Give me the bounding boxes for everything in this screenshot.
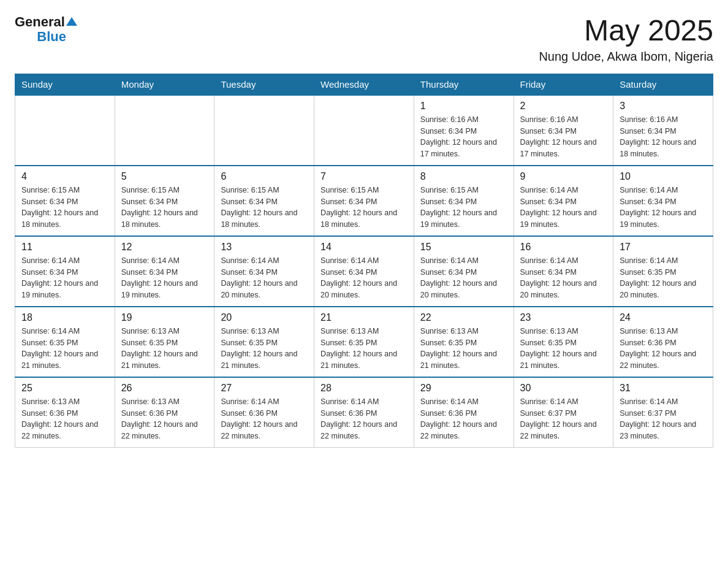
day-cell-10: 10Sunrise: 6:14 AMSunset: 6:34 PMDayligh… [613, 166, 713, 236]
day-number: 16 [520, 242, 607, 253]
svg-marker-0 [66, 17, 77, 26]
day-cell-22: 22Sunrise: 6:13 AMSunset: 6:35 PMDayligh… [414, 307, 514, 377]
day-info: Sunrise: 6:13 AMSunset: 6:36 PMDaylight:… [121, 396, 208, 442]
calendar-table: SundayMondayTuesdayWednesdayThursdayFrid… [15, 74, 713, 448]
day-info: Sunrise: 6:14 AMSunset: 6:37 PMDaylight:… [620, 396, 707, 442]
day-info: Sunrise: 6:16 AMSunset: 6:34 PMDaylight:… [620, 114, 707, 160]
day-info: Sunrise: 6:14 AMSunset: 6:34 PMDaylight:… [420, 255, 507, 301]
day-info: Sunrise: 6:13 AMSunset: 6:35 PMDaylight:… [320, 326, 408, 372]
week-row-4: 18Sunrise: 6:14 AMSunset: 6:35 PMDayligh… [15, 307, 713, 377]
day-number: 21 [320, 312, 408, 323]
day-info: Sunrise: 6:15 AMSunset: 6:34 PMDaylight:… [420, 185, 507, 231]
calendar-header-row: SundayMondayTuesdayWednesdayThursdayFrid… [15, 74, 713, 95]
day-info: Sunrise: 6:13 AMSunset: 6:36 PMDaylight:… [620, 326, 707, 372]
day-cell-8: 8Sunrise: 6:15 AMSunset: 6:34 PMDaylight… [414, 166, 514, 236]
day-cell-16: 16Sunrise: 6:14 AMSunset: 6:34 PMDayligh… [514, 236, 613, 307]
day-cell-28: 28Sunrise: 6:14 AMSunset: 6:36 PMDayligh… [314, 377, 414, 448]
day-number: 13 [221, 242, 308, 253]
day-cell-4: 4Sunrise: 6:15 AMSunset: 6:34 PMDaylight… [15, 166, 115, 236]
day-number: 19 [121, 312, 208, 323]
day-info: Sunrise: 6:14 AMSunset: 6:34 PMDaylight:… [21, 255, 108, 301]
logo-triangle-icon [66, 16, 77, 27]
day-info: Sunrise: 6:15 AMSunset: 6:34 PMDaylight:… [21, 185, 108, 231]
day-info: Sunrise: 6:14 AMSunset: 6:35 PMDaylight:… [620, 255, 707, 301]
col-header-wednesday: Wednesday [314, 74, 414, 95]
day-info: Sunrise: 6:13 AMSunset: 6:35 PMDaylight:… [121, 326, 208, 372]
day-info: Sunrise: 6:13 AMSunset: 6:35 PMDaylight:… [221, 326, 308, 372]
day-number: 27 [221, 383, 308, 394]
day-number: 7 [320, 171, 408, 182]
day-cell-5: 5Sunrise: 6:15 AMSunset: 6:34 PMDaylight… [115, 166, 214, 236]
col-header-friday: Friday [514, 74, 613, 95]
day-info: Sunrise: 6:14 AMSunset: 6:36 PMDaylight:… [221, 396, 308, 442]
day-cell-23: 23Sunrise: 6:13 AMSunset: 6:35 PMDayligh… [514, 307, 613, 377]
day-number: 1 [420, 101, 507, 112]
col-header-thursday: Thursday [414, 74, 514, 95]
col-header-saturday: Saturday [613, 74, 713, 95]
day-cell-17: 17Sunrise: 6:14 AMSunset: 6:35 PMDayligh… [613, 236, 713, 307]
day-number: 23 [520, 312, 607, 323]
day-number: 14 [320, 242, 408, 253]
day-number: 12 [121, 242, 208, 253]
day-info: Sunrise: 6:14 AMSunset: 6:34 PMDaylight:… [620, 185, 707, 231]
day-info: Sunrise: 6:14 AMSunset: 6:34 PMDaylight:… [121, 255, 208, 301]
day-cell-15: 15Sunrise: 6:14 AMSunset: 6:34 PMDayligh… [414, 236, 514, 307]
day-number: 5 [121, 171, 208, 182]
day-cell-21: 21Sunrise: 6:13 AMSunset: 6:35 PMDayligh… [314, 307, 414, 377]
day-cell-7: 7Sunrise: 6:15 AMSunset: 6:34 PMDaylight… [314, 166, 414, 236]
day-cell-18: 18Sunrise: 6:14 AMSunset: 6:35 PMDayligh… [15, 307, 115, 377]
day-number: 26 [121, 383, 208, 394]
day-info: Sunrise: 6:14 AMSunset: 6:34 PMDaylight:… [320, 255, 408, 301]
day-cell-1: 1Sunrise: 6:16 AMSunset: 6:34 PMDaylight… [414, 95, 514, 166]
day-number: 30 [520, 383, 607, 394]
day-number: 6 [221, 171, 308, 182]
day-cell-11: 11Sunrise: 6:14 AMSunset: 6:34 PMDayligh… [15, 236, 115, 307]
day-info: Sunrise: 6:14 AMSunset: 6:36 PMDaylight:… [320, 396, 408, 442]
day-cell-29: 29Sunrise: 6:14 AMSunset: 6:36 PMDayligh… [414, 377, 514, 448]
week-row-5: 25Sunrise: 6:13 AMSunset: 6:36 PMDayligh… [15, 377, 713, 448]
logo: General Blue [15, 15, 77, 44]
day-number: 28 [320, 383, 408, 394]
day-cell-24: 24Sunrise: 6:13 AMSunset: 6:36 PMDayligh… [613, 307, 713, 377]
day-cell-20: 20Sunrise: 6:13 AMSunset: 6:35 PMDayligh… [214, 307, 314, 377]
day-info: Sunrise: 6:15 AMSunset: 6:34 PMDaylight:… [221, 185, 308, 231]
col-header-tuesday: Tuesday [214, 74, 314, 95]
day-cell-12: 12Sunrise: 6:14 AMSunset: 6:34 PMDayligh… [115, 236, 214, 307]
day-cell-26: 26Sunrise: 6:13 AMSunset: 6:36 PMDayligh… [115, 377, 214, 448]
day-cell-30: 30Sunrise: 6:14 AMSunset: 6:37 PMDayligh… [514, 377, 613, 448]
day-info: Sunrise: 6:15 AMSunset: 6:34 PMDaylight:… [121, 185, 208, 231]
day-cell-25: 25Sunrise: 6:13 AMSunset: 6:36 PMDayligh… [15, 377, 115, 448]
day-info: Sunrise: 6:13 AMSunset: 6:35 PMDaylight:… [520, 326, 607, 372]
empty-cell [214, 95, 314, 166]
day-number: 15 [420, 242, 507, 253]
day-number: 25 [21, 383, 108, 394]
logo-blue: Blue [37, 29, 66, 44]
title-area: May 2025 Nung Udoe, Akwa Ibom, Nigeria [539, 15, 713, 64]
location-title: Nung Udoe, Akwa Ibom, Nigeria [539, 50, 713, 64]
day-cell-9: 9Sunrise: 6:14 AMSunset: 6:34 PMDaylight… [514, 166, 613, 236]
day-info: Sunrise: 6:16 AMSunset: 6:34 PMDaylight:… [520, 114, 607, 160]
day-number: 4 [21, 171, 108, 182]
day-number: 29 [420, 383, 507, 394]
empty-cell [314, 95, 414, 166]
day-number: 18 [21, 312, 108, 323]
day-number: 8 [420, 171, 507, 182]
day-info: Sunrise: 6:13 AMSunset: 6:36 PMDaylight:… [21, 396, 108, 442]
day-cell-14: 14Sunrise: 6:14 AMSunset: 6:34 PMDayligh… [314, 236, 414, 307]
day-cell-6: 6Sunrise: 6:15 AMSunset: 6:34 PMDaylight… [214, 166, 314, 236]
day-info: Sunrise: 6:13 AMSunset: 6:35 PMDaylight:… [420, 326, 507, 372]
day-info: Sunrise: 6:14 AMSunset: 6:34 PMDaylight:… [221, 255, 308, 301]
day-number: 3 [620, 101, 707, 112]
day-number: 2 [520, 101, 607, 112]
day-number: 17 [620, 242, 707, 253]
week-row-2: 4Sunrise: 6:15 AMSunset: 6:34 PMDaylight… [15, 166, 713, 236]
empty-cell [15, 95, 115, 166]
day-cell-27: 27Sunrise: 6:14 AMSunset: 6:36 PMDayligh… [214, 377, 314, 448]
logo-general: General [15, 15, 65, 29]
col-header-sunday: Sunday [15, 74, 115, 95]
day-info: Sunrise: 6:14 AMSunset: 6:34 PMDaylight:… [520, 185, 607, 231]
day-number: 22 [420, 312, 507, 323]
day-number: 31 [620, 383, 707, 394]
week-row-1: 1Sunrise: 6:16 AMSunset: 6:34 PMDaylight… [15, 95, 713, 166]
day-cell-19: 19Sunrise: 6:13 AMSunset: 6:35 PMDayligh… [115, 307, 214, 377]
